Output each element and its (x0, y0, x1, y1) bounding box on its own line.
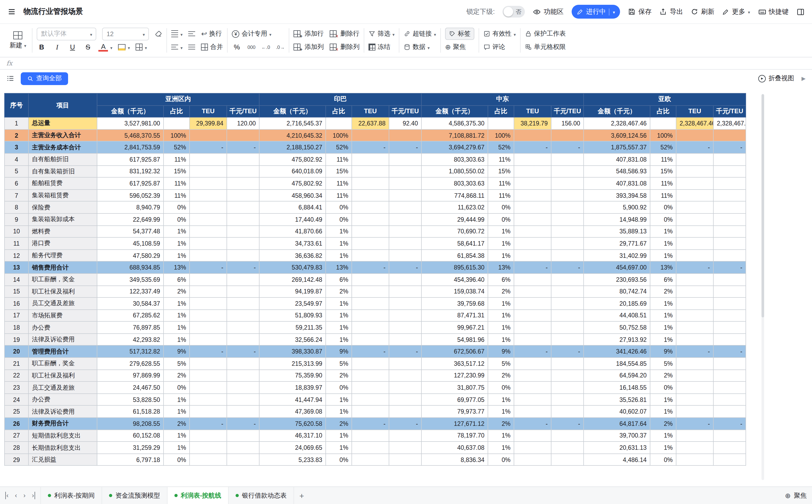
cell[interactable]: - (227, 141, 259, 153)
cell[interactable] (676, 334, 713, 346)
cell[interactable] (389, 297, 421, 309)
cell[interactable] (352, 213, 389, 225)
cell[interactable]: 75,359.90 (259, 369, 326, 381)
cell[interactable] (713, 394, 746, 406)
cell[interactable]: 672,506.67 (421, 346, 488, 358)
cell[interactable] (713, 297, 746, 309)
cell[interactable] (164, 117, 190, 129)
cell[interactable]: 61,518.28 (97, 406, 164, 418)
cell[interactable]: 6% (650, 274, 676, 285)
cell[interactable]: 18,839.97 (259, 382, 326, 394)
cell[interactable] (389, 322, 421, 334)
cell[interactable] (227, 430, 259, 442)
cell[interactable] (713, 369, 746, 381)
cell[interactable]: 1% (650, 442, 676, 453)
cell[interactable]: 11% (164, 153, 190, 165)
row-label[interactable]: 法律及诉讼费用 (28, 406, 97, 418)
cell[interactable] (389, 190, 421, 201)
row-label[interactable]: 主营业务收入合计 (28, 129, 97, 141)
cell[interactable]: 2,328,467.46 (676, 117, 713, 129)
cell[interactable] (352, 382, 389, 394)
row-number[interactable]: 14 (5, 274, 28, 285)
sub-header[interactable]: 占比 (650, 105, 676, 117)
row-label[interactable]: 办公费 (28, 322, 97, 334)
cell[interactable] (352, 297, 389, 309)
row-number[interactable]: 28 (5, 442, 28, 453)
cell[interactable]: 60,152.08 (97, 430, 164, 442)
group-header[interactable]: 亚洲区内 (97, 93, 259, 105)
focus-button[interactable]: ⊕聚焦 (445, 43, 466, 52)
cell[interactable] (514, 358, 551, 369)
row-number[interactable]: 21 (5, 358, 28, 369)
cell[interactable] (514, 274, 551, 285)
row-label[interactable]: 长期借款利息支出 (28, 442, 97, 453)
cell[interactable]: 0% (488, 382, 514, 394)
fill-color-button[interactable] (118, 43, 130, 51)
row-number[interactable]: 18 (5, 322, 28, 334)
cell[interactable] (676, 201, 713, 213)
cell[interactable]: 0% (164, 213, 190, 225)
cell[interactable]: 7,108,881.72 (421, 129, 488, 141)
cell[interactable] (389, 369, 421, 381)
cell[interactable] (551, 285, 584, 297)
cell[interactable]: - (227, 418, 259, 430)
cell[interactable] (488, 117, 514, 129)
cell[interactable] (676, 309, 713, 321)
freeze-button[interactable]: 冻结 (369, 43, 390, 52)
row-label[interactable]: 船务代理费 (28, 249, 97, 261)
cell[interactable] (190, 406, 227, 418)
cell[interactable]: 0% (326, 454, 352, 466)
view-list-icon[interactable] (6, 74, 14, 82)
horizontal-align-button[interactable] (171, 43, 183, 51)
cell[interactable]: 8,940.79 (97, 201, 164, 213)
row-label[interactable]: 职工社保及福利 (28, 369, 97, 381)
cell[interactable] (551, 309, 584, 321)
cell[interactable]: 4,210,645.32 (259, 129, 326, 141)
cell[interactable]: 2% (650, 418, 676, 430)
cell[interactable] (514, 201, 551, 213)
cell[interactable]: 1% (326, 334, 352, 346)
cell[interactable]: 349,535.69 (97, 274, 164, 285)
cell[interactable]: 29,771.67 (584, 237, 650, 249)
cell[interactable] (227, 177, 259, 189)
cell[interactable] (514, 309, 551, 321)
expand-panel-arrow[interactable]: ▶ (802, 75, 806, 81)
cell[interactable]: 1,875,557.37 (584, 141, 650, 153)
cell[interactable] (514, 153, 551, 165)
cell[interactable] (227, 309, 259, 321)
cell[interactable] (551, 237, 584, 249)
cell[interactable] (352, 190, 389, 201)
cell[interactable]: 3,609,124.56 (584, 129, 650, 141)
cell[interactable]: - (389, 418, 421, 430)
cell[interactable] (676, 153, 713, 165)
cell[interactable] (352, 454, 389, 466)
cell[interactable]: 52% (488, 141, 514, 153)
cell[interactable] (190, 322, 227, 334)
prev-sheet-icon[interactable]: ‹ (15, 492, 17, 499)
cell[interactable] (551, 129, 584, 141)
cell[interactable] (227, 190, 259, 201)
cell[interactable] (676, 406, 713, 418)
cell[interactable] (190, 213, 227, 225)
cell[interactable] (326, 117, 352, 129)
cell[interactable]: 52% (164, 141, 190, 153)
cell[interactable]: 156.00 (551, 117, 584, 129)
cell[interactable]: 2% (164, 418, 190, 430)
cell[interactable] (713, 442, 746, 453)
cell[interactable]: 31,807.75 (421, 382, 488, 394)
refresh-button[interactable]: 刷新 (691, 7, 714, 16)
cell[interactable]: - (227, 262, 259, 274)
cell[interactable] (352, 249, 389, 261)
cell[interactable]: 1% (164, 394, 190, 406)
cell[interactable]: 127,671.12 (421, 418, 488, 430)
cell[interactable]: 1,080,550.02 (421, 165, 488, 177)
cell[interactable] (676, 442, 713, 453)
sub-header[interactable]: TEU (352, 105, 389, 117)
cell[interactable] (551, 358, 584, 369)
cell[interactable]: 22,649.99 (97, 213, 164, 225)
cell[interactable]: 363,517.12 (421, 358, 488, 369)
cell[interactable] (190, 285, 227, 297)
cell[interactable]: 0% (164, 454, 190, 466)
cell[interactable]: 5,233.83 (259, 454, 326, 466)
cell[interactable]: 617,925.87 (97, 153, 164, 165)
